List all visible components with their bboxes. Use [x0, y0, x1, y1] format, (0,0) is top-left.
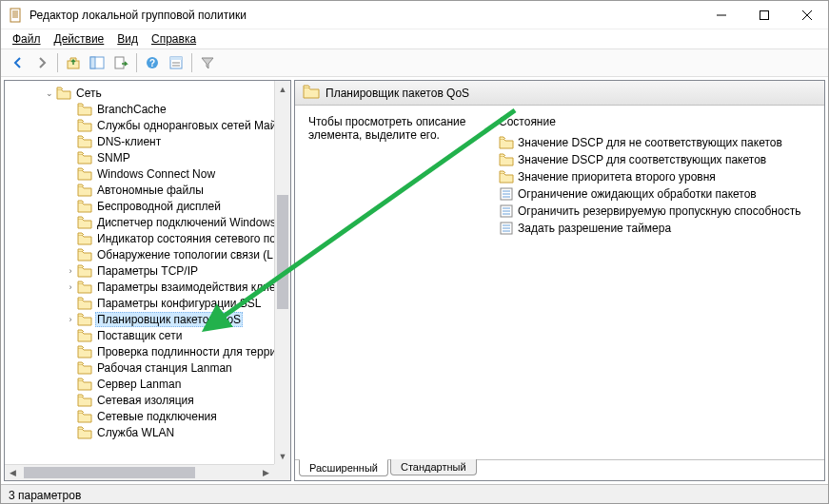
tree-item[interactable]: Служба WLAN	[5, 424, 290, 440]
tree-item[interactable]: › Параметры TCP/IP	[5, 262, 290, 279]
tree-item-label: Сетевая изоляция	[95, 394, 196, 407]
tree-scrollbar-vertical[interactable]: ▲ ▼	[274, 81, 290, 464]
tab-standard[interactable]: Стандартный	[390, 459, 477, 475]
folder-icon	[499, 152, 514, 167]
tree-item[interactable]: Сервер Lanman	[5, 376, 290, 392]
tree-item[interactable]: Беспроводной дисплей	[5, 198, 290, 214]
tree-item-label: Диспетчер подключений Windows	[95, 216, 278, 229]
folder-icon	[77, 297, 92, 310]
tree-item[interactable]: › Планировщик пакетов QoS	[5, 311, 290, 327]
tree-item-label: Сервер Lanman	[95, 378, 183, 391]
setting-icon	[499, 204, 514, 219]
list-item[interactable]: Ограничить резервируемую пропускную спос…	[499, 203, 811, 220]
chevron-right-icon[interactable]: ›	[64, 281, 77, 294]
details-body: Чтобы просмотреть описание элемента, выд…	[295, 106, 824, 459]
filter-button[interactable]	[196, 51, 219, 74]
setting-icon	[499, 221, 514, 236]
properties-button[interactable]	[165, 51, 188, 74]
minimize-button[interactable]	[700, 1, 742, 29]
tree-item[interactable]: BranchCache	[5, 101, 290, 117]
list-item[interactable]: Значение DSCP для соответствующих пакето…	[499, 151, 811, 168]
back-button[interactable]	[7, 51, 30, 74]
list-item[interactable]: Ограничение ожидающих обработки пакетов	[499, 185, 811, 203]
toolbar-separator	[136, 53, 137, 72]
status-text: 3 параметров	[9, 489, 81, 502]
folder-icon	[77, 329, 92, 342]
menu-help[interactable]: Справка	[146, 30, 202, 48]
tree-scrollbar-horizontal[interactable]: ◀ ▶	[5, 464, 274, 480]
tree-item[interactable]: Рабочая станция Lanman	[5, 359, 290, 376]
list-item[interactable]: Значение приоритета второго уровня	[499, 168, 811, 185]
folder-icon	[77, 151, 92, 165]
tree-item[interactable]: DNS-клиент	[5, 133, 290, 149]
tree-item[interactable]: Параметры конфигурации SSL	[5, 295, 290, 311]
expander-spacer	[64, 394, 77, 407]
expander-spacer	[64, 200, 77, 213]
chevron-right-icon[interactable]: ›	[64, 313, 77, 326]
tree-item-label: BranchCache	[95, 103, 168, 116]
scroll-up-icon[interactable]: ▲	[275, 81, 290, 97]
folder-icon	[77, 216, 92, 229]
expander-spacer	[64, 135, 77, 148]
tree-item[interactable]: Индикатор состояния сетевого по	[5, 230, 290, 246]
scroll-thumb[interactable]	[24, 467, 195, 478]
expander-spacer	[64, 329, 77, 342]
tree-item[interactable]: Проверка подлинности для терри	[5, 343, 290, 359]
tree-item[interactable]: Службы одноранговых сетей Май	[5, 117, 290, 133]
tree-item-label: Службы одноранговых сетей Май	[95, 119, 278, 132]
tree-item[interactable]: Автономные файлы	[5, 182, 290, 198]
tree-item-label: DNS-клиент	[95, 135, 163, 148]
svg-rect-6	[760, 10, 768, 19]
svg-text:?: ?	[149, 58, 155, 68]
scroll-left-icon[interactable]: ◀	[5, 465, 21, 480]
export-list-button[interactable]	[109, 51, 132, 74]
tree-item[interactable]: Сетевые подключения	[5, 408, 290, 424]
scroll-thumb[interactable]	[277, 195, 288, 309]
expander-spacer	[64, 232, 77, 245]
tree-item[interactable]: Обнаружение топологии связи (L	[5, 246, 290, 262]
menu-action[interactable]: Действие	[49, 30, 110, 48]
expander-spacer	[64, 297, 77, 310]
svg-rect-12	[115, 57, 124, 68]
tree-item-label: Служба WLAN	[95, 426, 176, 439]
list-item[interactable]: Задать разрешение таймера	[499, 220, 811, 237]
tree-item[interactable]: Диспетчер подключений Windows	[5, 214, 290, 230]
content-area: ⌄ Сеть BranchCache Службы одноранговых с…	[1, 77, 828, 484]
description-text: Чтобы просмотреть описание элемента, выд…	[308, 115, 484, 142]
show-hide-tree-button[interactable]	[86, 51, 109, 74]
menu-file[interactable]: Файл	[7, 30, 47, 48]
scroll-right-icon[interactable]: ▶	[258, 465, 274, 480]
tree-item-label: Рабочая станция Lanman	[95, 361, 234, 375]
folder-icon	[499, 135, 514, 150]
tree-item-label: Поставщик сети	[95, 329, 184, 342]
forward-button[interactable]	[30, 51, 53, 74]
details-pane: Планировщик пакетов QoS Чтобы просмотрет…	[294, 80, 825, 481]
menu-view[interactable]: Вид	[111, 30, 144, 48]
folder-icon	[77, 410, 92, 423]
maximize-button[interactable]	[742, 1, 785, 29]
tab-extended[interactable]: Расширенный	[299, 459, 388, 476]
folder-icon	[77, 135, 92, 148]
tree[interactable]: ⌄ Сеть BranchCache Службы одноранговых с…	[5, 81, 290, 480]
tree-item-label: Параметры TCP/IP	[95, 264, 200, 278]
window-controls	[700, 1, 828, 29]
chevron-right-icon[interactable]: ›	[64, 264, 77, 278]
tree-item[interactable]: SNMP	[5, 149, 290, 165]
help-button[interactable]: ?	[141, 51, 164, 74]
list-item[interactable]: Значение DSCP для не соответствующих пак…	[499, 134, 811, 151]
tree-item[interactable]: Сетевая изоляция	[5, 392, 290, 408]
tree-item-label: Проверка подлинности для терри	[95, 345, 278, 359]
tree-item[interactable]: Поставщик сети	[5, 327, 290, 343]
expander-spacer	[64, 103, 77, 116]
expander-spacer	[64, 426, 77, 439]
up-level-button[interactable]	[62, 51, 85, 74]
folder-icon	[77, 200, 92, 213]
scroll-down-icon[interactable]: ▼	[275, 448, 290, 464]
tree-item[interactable]: › Параметры взаимодействия клиен	[5, 279, 290, 295]
tree-item-root[interactable]: ⌄ Сеть	[5, 85, 290, 101]
close-button[interactable]	[785, 1, 828, 29]
tree-item[interactable]: Windows Connect Now	[5, 165, 290, 182]
chevron-down-icon[interactable]: ⌄	[43, 87, 56, 100]
folder-icon	[77, 361, 92, 375]
setting-icon	[499, 186, 514, 202]
